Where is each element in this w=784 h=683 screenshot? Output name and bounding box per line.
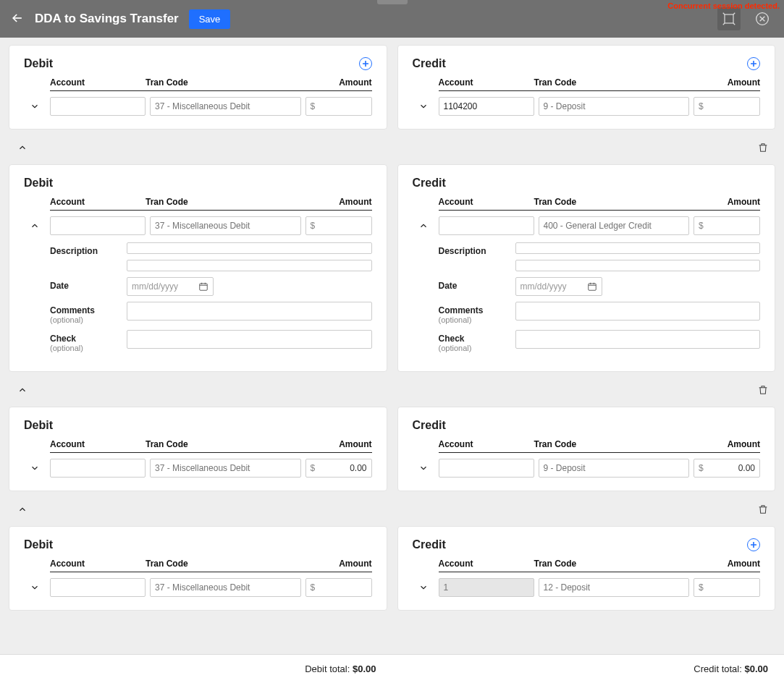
account-input[interactable] [50, 578, 146, 597]
col-account: Account [50, 439, 146, 449]
col-trancode: Tran Code [146, 197, 305, 207]
col-trancode: Tran Code [146, 559, 305, 569]
col-trancode: Tran Code [534, 77, 694, 88]
window-drag-handle[interactable] [377, 0, 408, 4]
currency-symbol: $ [311, 582, 316, 593]
label-comments-text: Comments [439, 305, 484, 315]
label-date: Date [50, 277, 119, 291]
debit-card: Debit Account Tran Code Amount $ [9, 526, 387, 611]
label-check: Check (optional) [50, 330, 119, 352]
amount-input[interactable]: $ 0.00 [305, 459, 372, 478]
account-input[interactable] [439, 97, 534, 116]
col-trancode: Tran Code [146, 77, 305, 88]
amount-input[interactable]: $ [694, 216, 760, 235]
amount-input[interactable]: $ [305, 216, 372, 235]
check-input[interactable] [515, 330, 761, 349]
debit-total-value: $0.00 [353, 663, 376, 674]
credit-total-label: Credit total: [694, 663, 741, 674]
trancode-input[interactable] [150, 97, 301, 116]
delete-group-icon[interactable] [754, 138, 772, 157]
description-input-1[interactable] [127, 242, 372, 254]
group-collapse-toggle[interactable] [12, 500, 33, 519]
expand-toggle[interactable] [413, 97, 434, 116]
label-check: Check (optional) [439, 330, 508, 352]
trancode-input[interactable] [539, 459, 690, 478]
col-account: Account [439, 439, 534, 449]
amount-value: 0.00 [704, 463, 755, 473]
comments-input[interactable] [515, 302, 761, 321]
trancode-input[interactable] [150, 578, 301, 597]
amount-input[interactable]: $ [305, 578, 372, 597]
debit-card: Debit Account Tran Code Amount $ [9, 164, 387, 372]
group-toolbar [0, 132, 784, 157]
delete-group-icon[interactable] [754, 381, 772, 399]
debit-total-label: Debit total: [305, 663, 350, 674]
currency-symbol: $ [311, 463, 316, 473]
add-credit-icon[interactable] [747, 57, 760, 70]
col-amount: Amount [694, 197, 760, 207]
delete-group-icon[interactable] [754, 500, 772, 519]
credit-card: Credit Account Tran Code Amount $ 0.00 [397, 407, 776, 491]
fullscreen-icon[interactable] [717, 7, 741, 30]
save-button[interactable]: Save [189, 9, 231, 29]
trancode-input[interactable] [150, 459, 301, 478]
add-debit-icon[interactable] [359, 57, 372, 70]
currency-symbol: $ [311, 101, 316, 111]
expand-toggle[interactable] [24, 216, 46, 235]
description-input-1[interactable] [515, 242, 761, 254]
entry-group: Debit Account Tran Code Amount $ [0, 38, 784, 132]
group-collapse-toggle[interactable] [12, 138, 33, 157]
amount-input[interactable]: $ [694, 97, 760, 116]
comments-input[interactable] [127, 302, 372, 321]
label-comments: Comments (optional) [439, 302, 508, 324]
add-credit-icon[interactable] [747, 538, 760, 551]
trancode-input[interactable] [539, 97, 690, 116]
check-input[interactable] [127, 330, 372, 349]
close-icon[interactable] [751, 7, 774, 30]
expand-toggle[interactable] [24, 578, 46, 597]
amount-input[interactable]: $ [305, 97, 372, 116]
svg-rect-2 [200, 284, 208, 290]
label-optional: (optional) [50, 315, 119, 324]
entry-group: Debit Account Tran Code Amount $ [0, 157, 784, 375]
col-amount: Amount [305, 559, 372, 569]
label-description: Description [439, 242, 508, 256]
col-amount: Amount [305, 77, 372, 88]
expand-toggle[interactable] [24, 459, 46, 478]
expand-toggle[interactable] [413, 216, 434, 235]
expand-toggle[interactable] [24, 97, 46, 116]
trancode-input[interactable] [150, 216, 301, 235]
col-amount: Amount [694, 77, 760, 88]
description-input-2[interactable] [127, 260, 372, 271]
page-title: DDA to Savings Transfer [35, 12, 179, 26]
account-input[interactable] [439, 459, 534, 478]
currency-symbol: $ [699, 101, 704, 111]
col-trancode: Tran Code [534, 559, 694, 569]
label-optional: (optional) [439, 315, 508, 324]
col-account: Account [439, 559, 534, 569]
trancode-input[interactable] [539, 578, 690, 597]
account-input[interactable] [50, 216, 146, 235]
date-input[interactable]: mm/dd/yyyy [127, 277, 214, 296]
date-input[interactable]: mm/dd/yyyy [515, 277, 602, 296]
col-amount: Amount [694, 559, 760, 569]
amount-input[interactable]: $ [694, 578, 760, 597]
calendar-icon [587, 281, 597, 292]
account-input[interactable] [50, 459, 146, 478]
col-account: Account [50, 197, 146, 207]
account-input[interactable] [439, 578, 534, 597]
account-input[interactable] [439, 216, 534, 235]
card-title-debit: Debit [24, 57, 53, 70]
label-description: Description [50, 242, 119, 256]
main-scroll[interactable]: Debit Account Tran Code Amount $ [0, 38, 784, 654]
expand-toggle[interactable] [413, 578, 434, 597]
trancode-input[interactable] [539, 216, 690, 235]
expand-toggle[interactable] [413, 459, 434, 478]
card-title-credit: Credit [413, 419, 446, 432]
group-collapse-toggle[interactable] [12, 381, 33, 399]
back-arrow-icon[interactable] [10, 11, 25, 27]
description-input-2[interactable] [515, 260, 761, 271]
amount-input[interactable]: $ 0.00 [694, 459, 760, 478]
account-input[interactable] [50, 97, 146, 116]
currency-symbol: $ [699, 463, 704, 473]
